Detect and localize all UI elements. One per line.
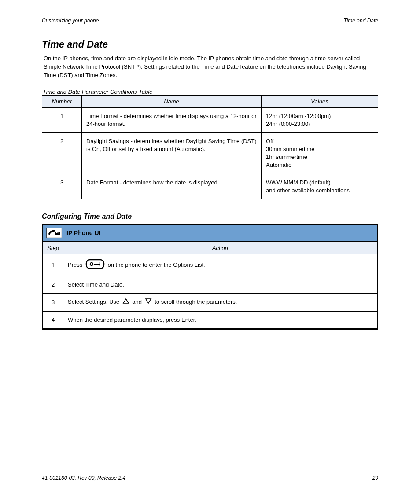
col-action: Action bbox=[63, 242, 377, 254]
cell-values: 12hr (12:00am -12:00pm) 24hr (0:00-23:00… bbox=[262, 107, 378, 132]
header-right: Time and Date bbox=[343, 18, 378, 24]
table-row: 4 When the desired parameter displays, p… bbox=[43, 311, 377, 328]
step-action: Press on the phone to enter the Options … bbox=[63, 254, 377, 276]
cell-name: Date Format - determines how the date is… bbox=[82, 174, 262, 199]
page: Customizing your phone Time and Date Tim… bbox=[0, 0, 420, 504]
svg-point-5 bbox=[58, 234, 59, 234]
svg-rect-1 bbox=[55, 232, 60, 235]
subheading: Configuring Time and Date bbox=[42, 213, 378, 221]
action-text: Select Settings. Use bbox=[68, 298, 121, 305]
ip-title-text: IP Phone UI bbox=[66, 229, 101, 236]
phone-icon bbox=[46, 228, 62, 238]
col-step: Step bbox=[43, 242, 63, 254]
table-row: 2 Select Time and Date. bbox=[43, 276, 377, 294]
col-name: Name bbox=[82, 95, 262, 107]
footer-left: 41-001160-03, Rev 00, Release 2.4 bbox=[42, 475, 125, 481]
svg-point-3 bbox=[58, 232, 59, 233]
table-row: 2 Daylight Savings - determines whether … bbox=[42, 132, 378, 174]
intro-paragraph: On the IP phones, time and date are disp… bbox=[42, 55, 378, 80]
cell-number: 1 bbox=[42, 107, 82, 132]
step-number: 4 bbox=[43, 311, 63, 328]
ip-title-bar: IP Phone UI bbox=[43, 225, 377, 242]
cell-values: Off 30min summertime 1hr summertime Auto… bbox=[262, 132, 378, 174]
action-text: to scroll through the parameters. bbox=[155, 298, 237, 305]
step-number: 2 bbox=[43, 276, 63, 294]
action-text: and bbox=[132, 298, 143, 305]
page-number: 29 bbox=[372, 475, 378, 481]
table-row: 3 Select Settings. Use and bbox=[43, 294, 377, 311]
step-action: Select Settings. Use and t bbox=[63, 294, 377, 311]
svg-point-7 bbox=[58, 235, 59, 235]
ip-phone-box: IP Phone UI Step Action 1 Press bbox=[42, 224, 378, 330]
col-number: Number bbox=[42, 95, 82, 107]
table-row: 1 Time Format - determines whether time … bbox=[42, 107, 378, 132]
action-text: on the phone to enter the Options List. bbox=[107, 261, 205, 268]
cell-number: 3 bbox=[42, 174, 82, 199]
svg-point-8 bbox=[59, 235, 59, 235]
cell-name: Daylight Savings - determines whether Da… bbox=[82, 132, 262, 174]
cell-name: Time Format - determines whether time di… bbox=[82, 107, 262, 132]
table-row: 3 Date Format - determines how the date … bbox=[42, 174, 378, 199]
options-key-icon bbox=[85, 259, 105, 272]
up-arrow-icon bbox=[122, 298, 129, 306]
header-left: Customizing your phone bbox=[42, 18, 99, 24]
svg-rect-2 bbox=[56, 232, 58, 233]
step-number: 3 bbox=[43, 294, 63, 311]
step-action: When the desired parameter displays, pre… bbox=[63, 311, 377, 328]
steps-table: Step Action 1 Press bbox=[43, 242, 377, 329]
down-arrow-icon bbox=[145, 298, 152, 306]
page-header: Customizing your phone Time and Date bbox=[42, 18, 378, 26]
action-text: Press bbox=[68, 261, 84, 268]
step-action: Select Time and Date. bbox=[63, 276, 377, 294]
svg-rect-12 bbox=[99, 262, 99, 266]
col-values: Values bbox=[262, 95, 378, 107]
cell-values: WWW MMM DD (default) and other available… bbox=[262, 174, 378, 199]
table-caption: Time and Date Parameter Conditions Table bbox=[42, 88, 378, 95]
page-footer: 41-001160-03, Rev 00, Release 2.4 29 bbox=[42, 472, 378, 481]
step-number: 1 bbox=[43, 254, 63, 276]
cell-number: 2 bbox=[42, 132, 82, 174]
parameters-table: Number Name Values 1 Time Format - deter… bbox=[42, 95, 378, 200]
table-row: 1 Press on the phone to enter the Optio bbox=[43, 254, 377, 276]
section-title: Time and Date bbox=[42, 39, 378, 50]
svg-point-4 bbox=[59, 232, 59, 233]
svg-point-6 bbox=[59, 234, 59, 234]
